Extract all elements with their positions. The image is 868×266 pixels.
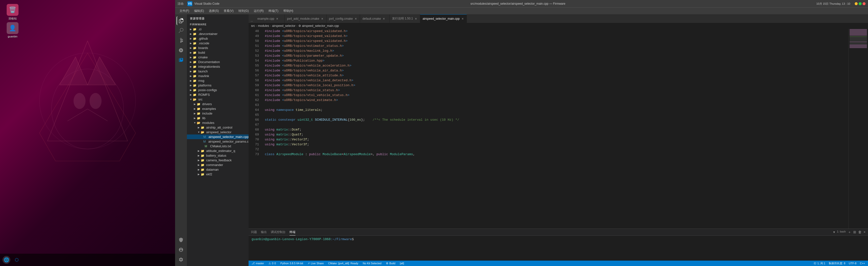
- menu-help[interactable]: 帮助(H): [281, 8, 296, 14]
- tree-item-airspeed-selector-params-c[interactable]: M airspeed_selector_params.c: [187, 139, 249, 144]
- tab-release-notes[interactable]: 发行说明 1.50.1 ×: [390, 14, 420, 23]
- menu-file[interactable]: 文件(F): [178, 8, 191, 14]
- status-lang[interactable]: C++: [859, 262, 866, 265]
- menu-terminal[interactable]: 终端(T): [267, 8, 280, 14]
- status-encoding[interactable]: UTF-8: [848, 262, 858, 265]
- tab-close-icon[interactable]: ×: [461, 17, 464, 21]
- menu-run[interactable]: 运行(R): [252, 8, 266, 14]
- tree-item-drivers[interactable]: ▶ 📁 drivers: [187, 102, 249, 106]
- tree-item-ci[interactable]: ▶ 📁 .ci: [187, 27, 249, 32]
- tab-example-cpp[interactable]: example.cpp ×: [255, 14, 285, 23]
- menu-goto[interactable]: 转到(G): [237, 8, 251, 14]
- activity-run-debug[interactable]: [177, 46, 185, 55]
- menu-edit[interactable]: 编辑(E): [192, 8, 206, 14]
- panel-tab-terminal[interactable]: 终端: [289, 229, 296, 235]
- tab-px4-config-cmake[interactable]: px4_config.cmake ×: [327, 14, 360, 23]
- tab-close-icon[interactable]: ×: [321, 17, 324, 21]
- tree-item-camera-feedback[interactable]: ▶ 📁 camera_feedback: [187, 158, 249, 163]
- tree-item-launch[interactable]: ▶ 📁 launch: [187, 69, 249, 74]
- split-terminal-icon[interactable]: ⊞: [853, 230, 856, 234]
- tree-item-msg[interactable]: ▶ 📁 msg: [187, 78, 249, 83]
- code-editor[interactable]: 4849505152 5354555657 5859606162 6364656…: [249, 29, 848, 229]
- tree-item-documentation[interactable]: ▶ 📁 Documentation: [187, 60, 249, 64]
- terminal-selector[interactable]: 1: bash: [837, 230, 846, 234]
- main-content: 资源管理器 FIRMWARE ▶ 📁 .ci ▶ 📁 .devcontainer: [175, 14, 868, 266]
- kill-terminal-icon[interactable]: 🗑: [858, 230, 862, 234]
- close-panel-icon[interactable]: ×: [864, 230, 866, 234]
- status-python[interactable]: Python 3.8.5 64-bit: [279, 262, 304, 265]
- activity-search[interactable]: [177, 26, 185, 35]
- minimize-button[interactable]: [855, 2, 858, 5]
- breadcrumb-airspeed-selector[interactable]: airspeed_selector: [272, 24, 296, 28]
- status-line-col[interactable]: 行 1, 列 1: [813, 262, 826, 265]
- panel-tab-problems[interactable]: 问题: [251, 229, 257, 235]
- status-indent[interactable]: 制表符长度: 8: [828, 262, 846, 265]
- taskbar-chrome[interactable]: 🌐: [2, 256, 10, 264]
- status-build[interactable]: ⚙ Build: [385, 262, 396, 265]
- folder-open-icon: 📂: [193, 98, 197, 101]
- tree-item-examples[interactable]: ▶ 📁 examples: [187, 106, 249, 111]
- tree-item-src[interactable]: ▼ 📂 src: [187, 97, 249, 102]
- status-errors[interactable]: ⚠ 0 0: [268, 262, 277, 265]
- tree-item-lib[interactable]: ▶ 📁 lib: [187, 116, 249, 121]
- status-all[interactable]: [all]: [399, 262, 405, 265]
- tree-item-github[interactable]: ▶ 📁 .github: [187, 36, 249, 41]
- tree-item-integrationtests[interactable]: ▶ 📁 integrationtests: [187, 64, 249, 69]
- breadcrumb-file[interactable]: ⚙ airspeed_selector_main.cpp: [299, 24, 339, 28]
- tab-close-icon[interactable]: ×: [382, 17, 385, 21]
- tree-item-vscode[interactable]: ▶ 📁 .vscode: [187, 41, 249, 45]
- activity-settings[interactable]: [177, 255, 185, 264]
- menu-select[interactable]: 选择(S): [207, 8, 221, 14]
- desktop-icon-guanbin[interactable]: 👤 guanbin: [4, 22, 21, 38]
- tree-item-posixconfigs[interactable]: ▶ 📁 posix-configs: [187, 88, 249, 92]
- maximize-button[interactable]: [859, 2, 862, 5]
- activity-extensions[interactable]: [177, 56, 185, 65]
- tree-item-battery-status[interactable]: ▶ 📁 battery_status: [187, 153, 249, 158]
- status-branch[interactable]: ⎇ master: [251, 262, 265, 265]
- taskbar-vscode[interactable]: ⬡: [13, 256, 21, 264]
- code-line-68: using matrix::Dcmf;: [265, 127, 848, 132]
- breadcrumb-src[interactable]: src: [251, 24, 255, 28]
- activity-explorer[interactable]: [177, 16, 185, 25]
- status-cmake[interactable]: CMake: [px4_sitl]: Ready: [327, 262, 359, 265]
- code-content[interactable]: #include <uORB/topics/airspeed_validated…: [261, 29, 848, 229]
- tab-airspeed-selector-main-cpp[interactable]: airspeed_selector_main.cpp ×: [420, 14, 467, 23]
- menu-view[interactable]: 查看(V): [222, 8, 236, 14]
- activity-git[interactable]: [177, 36, 185, 45]
- tree-item-modules[interactable]: ▼ 📂 modules: [187, 121, 249, 125]
- tabs-more-button[interactable]: ···: [249, 20, 255, 23]
- tab-default-cmake[interactable]: default.cmake ×: [360, 14, 390, 23]
- tree-item-cmakelists[interactable]: M CMakeLists.txt: [187, 144, 249, 148]
- status-liveshare[interactable]: ↗ Live Share: [307, 262, 325, 265]
- tab-close-icon[interactable]: ×: [354, 17, 357, 21]
- panel-content[interactable]: guanbin@guanbin-Lenovo-Legion-Y7000P-106…: [249, 236, 868, 261]
- tree-item-attitude-estimator-q[interactable]: ▶ 📁 attitude_estimator_q: [187, 148, 249, 153]
- tab-px4-add-module-cmake[interactable]: px4_add_module.cmake ×: [285, 14, 327, 23]
- tree-item-romfs[interactable]: ▶ 📁 ROMFS: [187, 92, 249, 97]
- panel-tab-output[interactable]: 输出: [261, 229, 267, 235]
- panel-tab-debug-console[interactable]: 调试控制台: [271, 229, 285, 235]
- tree-item-devcontainer[interactable]: ▶ 📁 .devcontainer: [187, 32, 249, 36]
- activity-remote[interactable]: [177, 235, 185, 244]
- tree-item-commander[interactable]: ▶ 📁 commander: [187, 163, 249, 167]
- status-no-kit[interactable]: No Kit Selected: [362, 262, 382, 265]
- tree-item-boards[interactable]: ▶ 📁 boards: [187, 45, 249, 50]
- tree-item-cmake[interactable]: ▶ 📁 cmake: [187, 55, 249, 60]
- tree-item-airship-att-control[interactable]: ▶ 📁 airship_att_control: [187, 125, 249, 130]
- tree-item-airspeed-selector[interactable]: ▼ 📂 airspeed_selector: [187, 130, 249, 134]
- panel-dropdown-icon[interactable]: ▾: [833, 230, 835, 234]
- tab-close-icon[interactable]: ×: [414, 17, 417, 21]
- tree-item-dataman[interactable]: ▶ 📁 dataman: [187, 167, 249, 172]
- desktop-icon-trash[interactable]: 🗑️ 回收站: [4, 4, 21, 21]
- new-terminal-icon[interactable]: ＋: [848, 230, 851, 234]
- tab-close-icon[interactable]: ×: [276, 17, 279, 21]
- tree-item-include[interactable]: ▶ 📁 include: [187, 111, 249, 116]
- tree-item-ekf2[interactable]: ▶ 📁 ekf2: [187, 172, 249, 176]
- tree-item-platforms[interactable]: ▶ 📁 platforms: [187, 83, 249, 88]
- activity-account[interactable]: [177, 245, 185, 254]
- breadcrumb-modules[interactable]: modules: [258, 24, 269, 28]
- tree-item-airspeed-selector-main-cpp[interactable]: M airspeed_selector_main.cpp: [187, 134, 249, 139]
- tree-item-mavlink[interactable]: ▶ 📁 mavlink: [187, 74, 249, 78]
- close-button[interactable]: [863, 2, 866, 5]
- tree-item-build[interactable]: ▶ 📁 build: [187, 50, 249, 55]
